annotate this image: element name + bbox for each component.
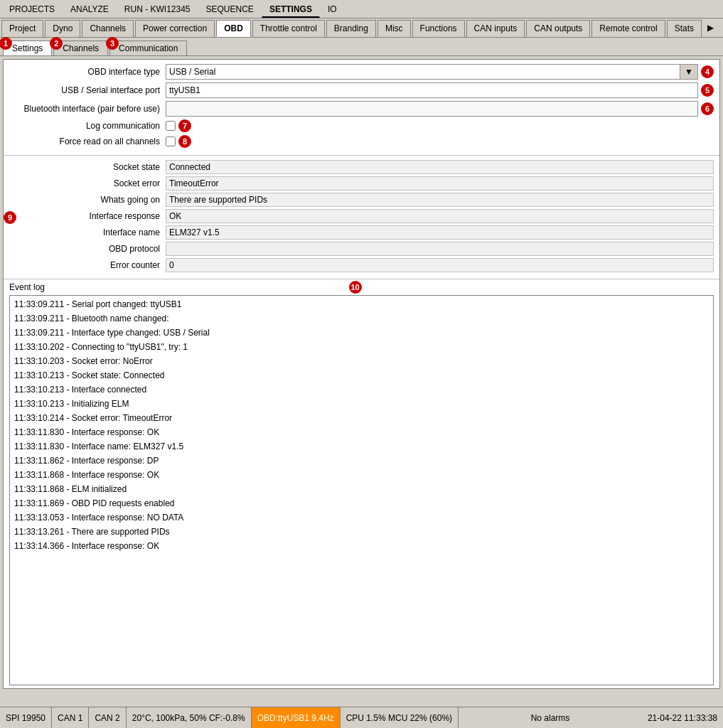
tab-can-outputs[interactable]: CAN outputs — [526, 20, 590, 37]
event-log-entry-5: 11:33:10.213 - Socket state: Connected — [13, 368, 710, 382]
log-communication-checkbox[interactable] — [166, 121, 176, 131]
error-counter-label: Error counter — [9, 260, 166, 270]
menu-io[interactable]: IO — [320, 1, 345, 18]
tab-branding[interactable]: Branding — [326, 20, 376, 37]
status-obd-data: OBD:ttyUSB1 9.4Hz — [252, 707, 341, 728]
badge-6: 6 — [701, 102, 714, 115]
status-can1: CAN 1 — [52, 707, 89, 728]
badge-4: 4 — [701, 65, 714, 78]
status-no-alarms: No alarms — [459, 713, 642, 723]
error-counter-row: Error counter 0 — [9, 258, 714, 272]
event-log-entry-2: 11:33:09.211 - Interface type changed: U… — [13, 326, 710, 340]
badge-7: 7 — [178, 119, 191, 132]
tab-misc[interactable]: Misc — [377, 20, 411, 37]
event-log-entry-10: 11:33:11.830 - Interface name: ELM327 v1… — [13, 439, 710, 454]
tab-can-inputs[interactable]: CAN inputs — [466, 20, 525, 37]
socket-error-value: TimeoutError — [166, 176, 714, 191]
usb-serial-port-row: USB / Serial interface port ttyUSB1 5 — [9, 82, 714, 98]
event-log-entry-13: 11:33:11.868 - ELM initialized — [13, 482, 710, 496]
obd-interface-type-row: OBD interface type USB / Serial ▼ 4 — [9, 64, 714, 80]
force-read-checkbox[interactable] — [166, 136, 176, 146]
event-log-entry-16: 11:33:13.261 - There are supported PIDs — [13, 525, 710, 539]
tab-functions[interactable]: Functions — [412, 20, 465, 37]
status-bar: SPI 19950 CAN 1 CAN 2 20°C, 100kPa, 50% … — [0, 707, 723, 728]
menu-sequence[interactable]: SEQUENCE — [198, 1, 262, 18]
badge-2: 2 — [50, 37, 63, 50]
event-log[interactable]: 11:33:09.211 - Serial port changed: ttyU… — [9, 295, 714, 685]
usb-serial-port-label: USB / Serial interface port — [9, 85, 166, 95]
tabs-more-button[interactable]: ▶ — [703, 20, 718, 37]
main-tabs: Project Dyno Channels Power correction O… — [0, 18, 723, 38]
error-counter-value: 0 — [166, 258, 714, 272]
menu-run[interactable]: RUN - KWI12345 — [117, 1, 198, 18]
menu-bar: PROJECTS ANALYZE RUN - KWI12345 SEQUENCE… — [0, 0, 723, 18]
tab-remote-control[interactable]: Remote control — [591, 20, 665, 37]
usb-serial-port-value[interactable]: ttyUSB1 — [166, 82, 698, 98]
tab-stats[interactable]: Stats — [667, 20, 702, 37]
event-log-section: Event log 10 11:33:09.211 - Serial port … — [4, 279, 719, 688]
status-section: 9 Socket state Connected Socket error Ti… — [4, 156, 719, 279]
event-log-entry-7: 11:33:10.213 - Initializing ELM — [13, 397, 710, 411]
event-log-entry-11: 11:33:11.862 - Interface response: DP — [13, 454, 710, 468]
socket-error-label: Socket error — [9, 178, 166, 188]
interface-response-label: Interface response — [9, 211, 166, 221]
status-cpu-data: CPU 1.5% MCU 22% (60%) — [341, 707, 459, 728]
socket-state-value: Connected — [166, 160, 714, 174]
event-log-entry-6: 11:33:10.213 - Interface connected — [13, 382, 710, 397]
event-log-entry-3: 11:33:10.202 - Connecting to "ttyUSB1", … — [13, 340, 710, 354]
event-log-entry-12: 11:33:11.868 - Interface response: OK — [13, 468, 710, 482]
tab-power-correction[interactable]: Power correction — [135, 20, 215, 37]
obd-interface-dropdown-arrow[interactable]: ▼ — [680, 65, 697, 79]
event-log-entry-1: 11:33:09.211 - Bluetooth name changed: — [13, 311, 710, 326]
status-time: 21-04-22 11:33:38 — [642, 710, 723, 726]
event-log-entry-15: 11:33:13.053 - Interface response: NO DA… — [13, 510, 710, 525]
obd-interface-type-value: USB / Serial — [166, 65, 680, 78]
sub-tab-settings[interactable]: 1 Settings — [3, 41, 52, 55]
obd-protocol-label: OBD protocol — [9, 244, 166, 254]
sub-tabs: 1 Settings 2 Channels 3 Communication — [0, 38, 723, 56]
obd-interface-type-label: OBD interface type — [9, 67, 166, 77]
interface-name-value: ELM327 v1.5 — [166, 225, 714, 240]
bluetooth-row: Bluetooth interface (pair before use) 6 — [9, 101, 714, 117]
log-communication-row: Log communication 7 — [9, 119, 714, 132]
tab-channels[interactable]: Channels — [82, 20, 134, 37]
status-can2: CAN 2 — [89, 707, 126, 728]
interface-response-row: Interface response OK — [9, 209, 714, 223]
status-spi: SPI 19950 — [0, 707, 52, 728]
force-read-row: Force read on all channels 8 — [9, 135, 714, 148]
interface-name-row: Interface name ELM327 v1.5 — [9, 225, 714, 240]
badge-8: 8 — [178, 135, 191, 148]
interface-response-value: OK — [166, 209, 714, 223]
force-read-label: Force read on all channels — [9, 136, 166, 146]
socket-error-row: Socket error TimeoutError — [9, 176, 714, 191]
event-log-entry-9: 11:33:11.830 - Interface response: OK — [13, 425, 710, 439]
obd-protocol-value — [166, 242, 714, 256]
whats-going-on-value: There are supported PIDs — [166, 193, 714, 207]
tab-project[interactable]: Project — [1, 20, 43, 37]
sub-tab-communication[interactable]: 3 Communication — [109, 41, 187, 55]
log-communication-label: Log communication — [9, 121, 166, 131]
menu-settings[interactable]: SETTINGS — [262, 1, 320, 18]
badge-9: 9 — [4, 211, 16, 224]
bluetooth-value[interactable] — [166, 101, 698, 117]
event-log-entry-0: 11:33:09.211 - Serial port changed: ttyU… — [13, 297, 710, 311]
event-log-entry-4: 11:33:10.203 - Socket error: NoError — [13, 354, 710, 368]
menu-projects[interactable]: PROJECTS — [1, 1, 63, 18]
tab-obd[interactable]: OBD — [216, 20, 251, 37]
socket-state-label: Socket state — [9, 162, 166, 172]
badge-10: 10 — [349, 281, 362, 294]
tab-throttle-control[interactable]: Throttle control — [252, 20, 325, 37]
badge-1: 1 — [0, 37, 12, 50]
tab-dyno[interactable]: Dyno — [45, 20, 80, 37]
whats-going-on-row: Whats going on There are supported PIDs — [9, 193, 714, 207]
status-sensor-data: 20°C, 100kPa, 50% CF:-0.8% — [127, 707, 252, 728]
obd-protocol-row: OBD protocol — [9, 242, 714, 256]
badge-5: 5 — [701, 84, 714, 97]
sub-tab-channels[interactable]: 2 Channels — [53, 41, 108, 55]
badge-3: 3 — [106, 37, 119, 50]
interface-name-label: Interface name — [9, 228, 166, 237]
event-log-entry-17: 11:33:14.366 - Interface response: OK — [13, 539, 710, 553]
bluetooth-label: Bluetooth interface (pair before use) — [9, 104, 166, 114]
menu-analyze[interactable]: ANALYZE — [63, 1, 117, 18]
event-log-entry-14: 11:33:11.869 - OBD PID requests enabled — [13, 496, 710, 510]
